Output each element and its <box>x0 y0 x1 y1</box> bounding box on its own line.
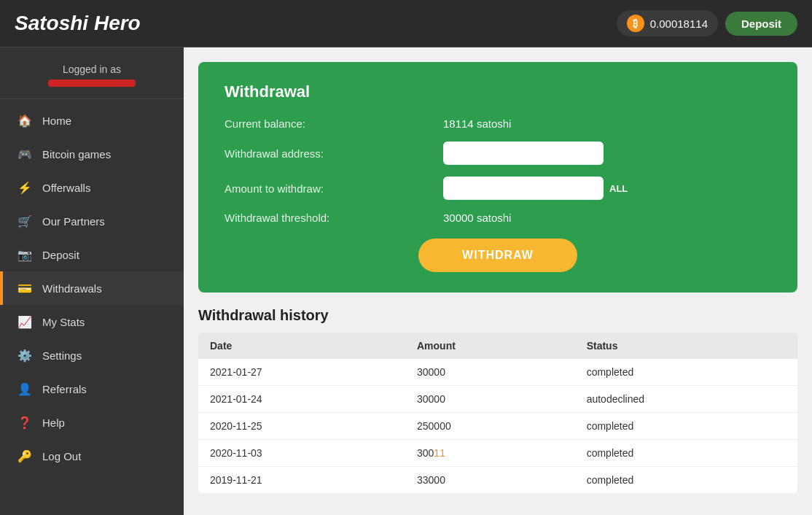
sidebar-item-label: Referrals <box>42 383 87 395</box>
help-icon: ❓ <box>17 415 32 430</box>
sidebar-item-my-stats[interactable]: 📈 My Stats <box>0 305 184 338</box>
table-row: 2021-01-24 30000 autodeclined <box>198 386 797 413</box>
bitcoin-games-icon: 🎮 <box>17 147 32 161</box>
col-date: Date <box>198 333 405 359</box>
btc-balance: ₿ 0.00018114 <box>617 10 718 36</box>
username-bar <box>48 80 136 87</box>
sidebar-item-offerwalls[interactable]: ⚡ Offerwalls <box>0 171 184 204</box>
sidebar-item-referrals[interactable]: 👤 Referrals <box>0 372 184 406</box>
row-date: 2020-11-03 <box>198 440 405 467</box>
row-date: 2021-01-27 <box>198 359 405 386</box>
logout-icon: 🔑 <box>17 449 32 463</box>
withdraw-button[interactable]: WITHDRAW <box>418 239 577 272</box>
sidebar-item-label: Bitcoin games <box>42 148 111 160</box>
deposit-icon: 📷 <box>17 247 32 262</box>
header: Satoshi Hero ₿ 0.00018114 Deposit <box>0 0 812 47</box>
table-row: 2020-11-25 250000 completed <box>198 413 797 440</box>
sidebar-item-our-partners[interactable]: 🛒 Our Partners <box>0 204 184 238</box>
deposit-button[interactable]: Deposit <box>725 12 797 36</box>
threshold-row: Withdrawal threshold: 30000 satoshi <box>225 212 771 224</box>
row-status: autodeclined <box>575 386 797 413</box>
bitcoin-icon: ₿ <box>627 15 644 32</box>
sidebar-item-deposit[interactable]: 📷 Deposit <box>0 238 184 271</box>
sidebar-item-label: Home <box>42 115 71 127</box>
sidebar-item-label: Log Out <box>42 450 81 462</box>
table-row: 2021-01-27 30000 completed <box>198 359 797 386</box>
withdrawal-amount-input[interactable] <box>443 177 604 200</box>
sidebar-item-label: Help <box>42 417 65 429</box>
sidebar-item-label: Our Partners <box>42 215 105 228</box>
logo: Satoshi Hero <box>15 12 617 35</box>
table-row: 2020-11-03 30011 completed <box>198 440 797 467</box>
my-stats-icon: 📈 <box>17 314 32 329</box>
sidebar-item-label: Withdrawals <box>42 282 102 295</box>
balance-row: Current balance: 18114 satoshi <box>225 117 771 130</box>
offerwalls-icon: ⚡ <box>17 180 32 195</box>
row-amount: 30011 <box>405 440 575 467</box>
sidebar-item-label: Offerwalls <box>42 182 90 194</box>
address-row: Withdrawal address: <box>225 142 771 165</box>
amount-label: Amount to withdraw: <box>225 182 443 195</box>
balance-area: ₿ 0.00018114 Deposit <box>617 10 797 36</box>
threshold-label: Withdrawal threshold: <box>225 212 443 224</box>
history-table: Date Amount Status 2021-01-27 30000 comp… <box>198 333 797 493</box>
sidebar-item-label: Deposit <box>42 249 79 261</box>
table-row: 2019-11-21 33000 completed <box>198 467 797 494</box>
partners-icon: 🛒 <box>17 214 32 228</box>
row-status: completed <box>575 440 797 467</box>
row-date: 2020-11-25 <box>198 413 405 440</box>
sidebar-item-label: My Stats <box>42 316 85 328</box>
layout: Logged in as 🏠 Home 🎮 Bitcoin games ⚡ Of… <box>0 47 812 515</box>
row-date: 2021-01-24 <box>198 386 405 413</box>
sidebar-item-withdrawals[interactable]: 💳 Withdrawals <box>0 271 184 305</box>
row-date: 2019-11-21 <box>198 467 405 494</box>
threshold-value: 30000 satoshi <box>443 212 511 224</box>
row-amount: 250000 <box>405 413 575 440</box>
withdrawal-address-input[interactable] <box>443 142 604 165</box>
balance-label: Current balance: <box>225 117 443 130</box>
row-status: completed <box>575 413 797 440</box>
row-status: completed <box>575 359 797 386</box>
row-amount: 30000 <box>405 386 575 413</box>
withdrawals-icon: 💳 <box>17 281 32 295</box>
col-amount: Amount <box>405 333 575 359</box>
all-button[interactable]: ALL <box>609 183 628 194</box>
referrals-icon: 👤 <box>17 382 32 396</box>
sidebar-item-label: Settings <box>42 349 82 362</box>
sidebar-item-bitcoin-games[interactable]: 🎮 Bitcoin games <box>0 137 184 171</box>
balance-display: 18114 satoshi <box>443 117 511 130</box>
sidebar-item-home[interactable]: 🏠 Home <box>0 104 184 137</box>
sidebar: Logged in as 🏠 Home 🎮 Bitcoin games ⚡ Of… <box>0 47 184 515</box>
amount-row: Amount to withdraw: ALL <box>225 177 771 200</box>
row-amount: 33000 <box>405 467 575 494</box>
withdrawal-title: Withdrawal <box>225 82 771 101</box>
settings-icon: ⚙️ <box>17 348 32 363</box>
balance-value: 0.00018114 <box>650 18 708 30</box>
home-icon: 🏠 <box>17 113 32 128</box>
history-title: Withdrawal history <box>198 307 797 324</box>
logged-in-label: Logged in as <box>0 63 184 75</box>
logged-in-section: Logged in as <box>0 55 184 99</box>
row-amount: 30000 <box>405 359 575 386</box>
col-status: Status <box>575 333 797 359</box>
address-label: Withdrawal address: <box>225 147 443 160</box>
row-status: completed <box>575 467 797 494</box>
withdrawal-card: Withdrawal Current balance: 18114 satosh… <box>198 62 797 293</box>
withdrawal-history-section: Withdrawal history Date Amount Status 20… <box>198 307 797 493</box>
sidebar-item-help[interactable]: ❓ Help <box>0 406 184 439</box>
main-content: Withdrawal Current balance: 18114 satosh… <box>184 47 812 515</box>
sidebar-item-settings[interactable]: ⚙️ Settings <box>0 338 184 372</box>
sidebar-item-logout[interactable]: 🔑 Log Out <box>0 439 184 473</box>
